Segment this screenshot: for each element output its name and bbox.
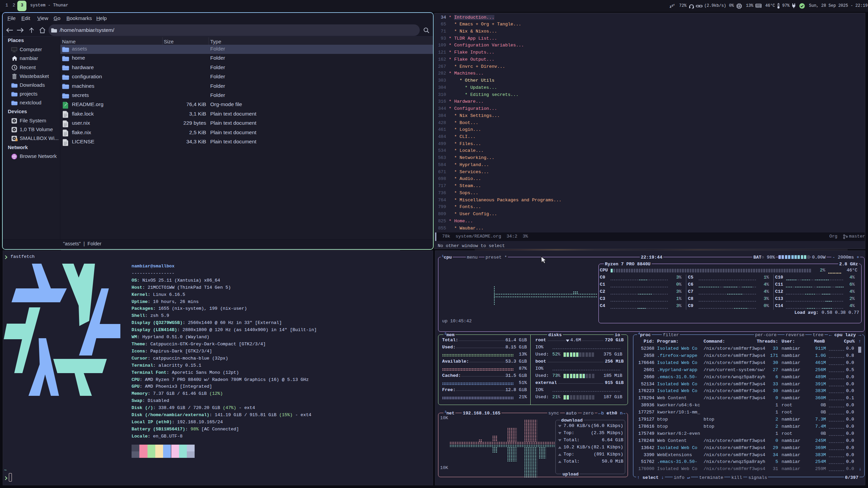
svg-text:z: z — [673, 3, 675, 6]
